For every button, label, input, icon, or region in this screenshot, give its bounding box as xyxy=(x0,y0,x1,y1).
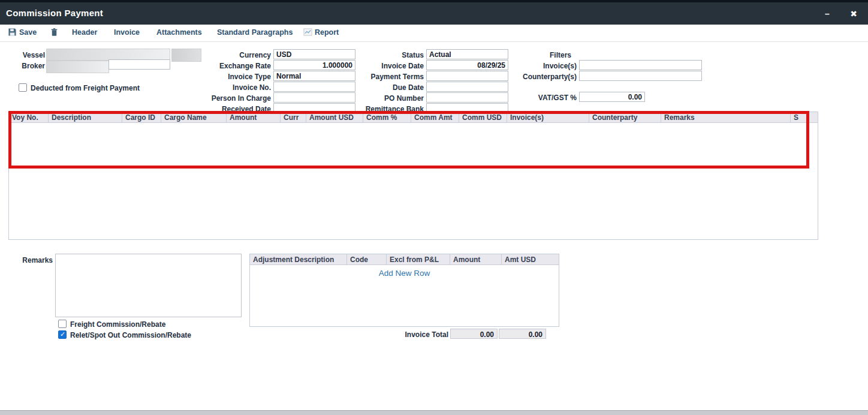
invoice-total-label: Invoice Total xyxy=(360,330,448,339)
standard-paragraphs-tab[interactable]: Standard Paragraphs xyxy=(217,28,293,37)
page-title: Commission Payment xyxy=(6,8,103,18)
invoice-date-field[interactable]: 08/29/25 xyxy=(426,60,508,70)
filters-title: Filters xyxy=(531,51,590,59)
due-date-field[interactable] xyxy=(426,82,508,92)
exchange-rate-field[interactable]: 1.000000 xyxy=(273,60,355,70)
remarks-textarea[interactable] xyxy=(55,254,242,317)
col-curr[interactable]: Curr xyxy=(281,112,306,122)
save-button[interactable]: Save xyxy=(19,28,37,37)
col-adj-amount[interactable]: Amount xyxy=(450,254,502,264)
broker-label: Broker xyxy=(0,62,45,70)
payment-terms-label: Payment Terms xyxy=(351,73,424,81)
vessel-label: Vessel xyxy=(0,51,45,59)
window-bottom-bar xyxy=(0,410,868,415)
col-comm-amt[interactable]: Comm Amt xyxy=(411,112,459,122)
vat-gst-field[interactable]: 0.00 xyxy=(579,92,645,102)
deducted-from-freight-checkbox[interactable] xyxy=(19,83,27,92)
line-items-table: Voy No. Description Cargo ID Cargo Name … xyxy=(8,112,818,240)
add-new-row-link[interactable]: Add New Row xyxy=(250,269,559,278)
toolbar-separator xyxy=(0,41,868,42)
col-amt-usd[interactable]: Amt USD xyxy=(502,254,559,264)
col-remarks[interactable]: Remarks xyxy=(661,112,791,122)
col-amount[interactable]: Amount xyxy=(227,112,281,122)
title-bar: Commission Payment – ✖ xyxy=(0,2,868,25)
deducted-from-freight-label: Deducted from Freight Payment xyxy=(31,84,140,92)
filter-invoices-field[interactable] xyxy=(579,60,702,70)
voyage-field-redacted[interactable] xyxy=(171,49,201,62)
col-code[interactable]: Code xyxy=(347,254,387,264)
currency-label: Currency xyxy=(198,51,271,59)
col-cargo-name[interactable]: Cargo Name xyxy=(161,112,227,122)
broker-field-redacted[interactable] xyxy=(46,61,109,73)
status-field[interactable]: Actual xyxy=(426,49,508,59)
remarks-label: Remarks xyxy=(5,256,53,264)
header-tab[interactable]: Header xyxy=(72,28,97,37)
relet-spot-out-checkbox[interactable] xyxy=(58,330,67,339)
minimize-button[interactable]: – xyxy=(820,7,834,20)
exchange-rate-label: Exchange Rate xyxy=(198,62,271,70)
invoice-date-label: Invoice Date xyxy=(351,62,424,70)
col-invoices[interactable]: Invoice(s) xyxy=(507,112,589,122)
col-cargo-id[interactable]: Cargo ID xyxy=(122,112,161,122)
payment-terms-field[interactable] xyxy=(426,71,508,81)
adjustments-header-row: Adjustment Description Code Excl from P&… xyxy=(250,254,559,265)
invoice-tab[interactable]: Invoice xyxy=(114,28,140,37)
invoice-no-field[interactable] xyxy=(273,82,355,92)
col-excl-from-pnl[interactable]: Excl from P&L xyxy=(387,254,450,264)
invoice-no-label: Invoice No. xyxy=(198,83,271,92)
person-in-charge-label: Person In Charge xyxy=(198,94,271,103)
col-adjustment-description[interactable]: Adjustment Description xyxy=(250,254,347,264)
attachments-tab[interactable]: Attachments xyxy=(156,28,202,37)
col-comm-usd[interactable]: Comm USD xyxy=(459,112,507,122)
col-amount-usd[interactable]: Amount USD xyxy=(306,112,363,122)
currency-field[interactable]: USD xyxy=(273,49,355,59)
col-counterparty[interactable]: Counterparty xyxy=(589,112,661,122)
invoice-total-amount-usd: 0.00 xyxy=(499,329,546,339)
person-in-charge-field[interactable] xyxy=(273,92,355,103)
col-comm-pct[interactable]: Comm % xyxy=(363,112,411,122)
po-number-field[interactable] xyxy=(426,92,508,103)
adjustments-table: Adjustment Description Code Excl from P&… xyxy=(249,254,559,327)
po-number-label: PO Number xyxy=(351,94,424,103)
due-date-label: Due Date xyxy=(351,83,424,92)
invoice-type-field[interactable]: Normal xyxy=(273,71,355,81)
filter-invoices-label: Invoice(s) xyxy=(498,62,577,70)
vat-gst-label: VAT/GST % xyxy=(498,94,577,102)
freight-commission-label: Freight Commission/Rebate xyxy=(70,320,165,329)
line-items-header-row: Voy No. Description Cargo ID Cargo Name … xyxy=(9,112,818,123)
line-items-body[interactable] xyxy=(9,123,818,240)
save-icon xyxy=(8,28,17,37)
col-description[interactable]: Description xyxy=(49,112,122,122)
col-s[interactable]: S xyxy=(791,112,818,122)
filter-counterparties-label: Counterparty(s) xyxy=(498,73,577,81)
broker-input[interactable] xyxy=(108,59,170,70)
vessel-field-redacted[interactable] xyxy=(46,49,170,61)
close-button[interactable]: ✖ xyxy=(846,7,861,20)
status-label: Status xyxy=(351,51,424,59)
invoice-type-label: Invoice Type xyxy=(198,73,271,81)
col-voy-no[interactable]: Voy No. xyxy=(9,112,49,122)
freight-commission-checkbox[interactable] xyxy=(58,320,67,328)
invoice-total-amount: 0.00 xyxy=(450,329,498,339)
report-chart-icon xyxy=(303,28,312,37)
relet-spot-out-label: Relet/Spot Out Commission/Rebate xyxy=(70,331,191,339)
delete-icon[interactable] xyxy=(50,28,59,37)
filter-counterparties-field[interactable] xyxy=(579,71,702,81)
report-button[interactable]: Report xyxy=(315,28,339,37)
commission-payment-window: Commission Payment – ✖ Save Header Invoi… xyxy=(0,0,868,415)
